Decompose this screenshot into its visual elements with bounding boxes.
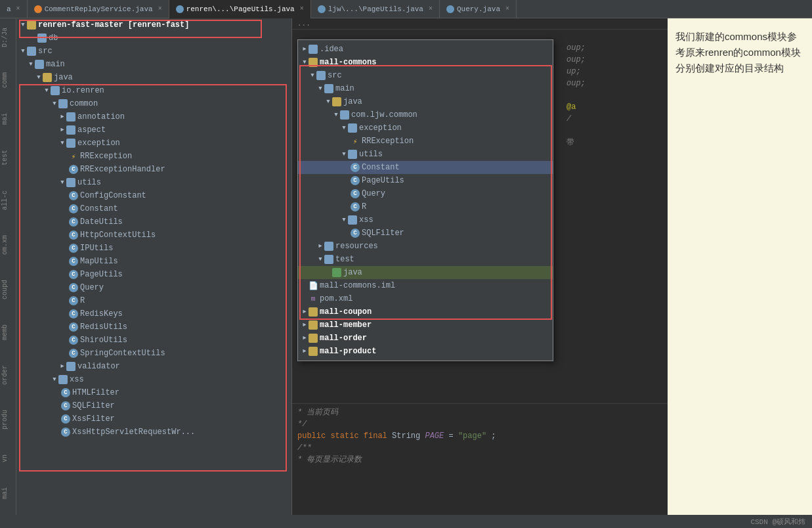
tree-item-httpcontextutils[interactable]: C HttpContextUtils <box>16 229 291 242</box>
item-label-db: db <box>49 33 58 43</box>
edge-label-allc[interactable]: all-c <box>0 188 16 213</box>
tree-item-query[interactable]: C Query <box>16 281 291 294</box>
tree-item-xss[interactable]: ▼ xss <box>16 373 291 386</box>
tree-item-iputils[interactable]: C IPUtils <box>16 242 291 255</box>
close-icon[interactable]: × <box>158 5 162 12</box>
popup-item-constant[interactable]: C Constant <box>298 161 553 174</box>
tab-pageutils-ljw[interactable]: ljw\...\PageUtils.java × <box>311 0 440 18</box>
arrow-icon: ▼ <box>43 87 51 94</box>
tree-item-validator[interactable]: ► validator <box>16 360 291 373</box>
popup-item-java-test[interactable]: java <box>298 266 553 279</box>
edge-label-mai[interactable]: mai <box>0 110 16 127</box>
popup-item-mallorder[interactable]: ► mall-order <box>298 332 553 345</box>
popup-item-resources[interactable]: ► resources <box>298 240 553 253</box>
tree-item-rrexceptionhandler[interactable]: C RRExceptionHandler <box>16 163 291 176</box>
close-icon[interactable]: × <box>505 5 509 12</box>
tree-item-r[interactable]: C R <box>16 294 291 307</box>
folder-icon <box>348 150 357 159</box>
popup-item-exception[interactable]: ▼ exception <box>298 121 553 135</box>
edge-label-produ[interactable]: produ <box>0 407 16 432</box>
tree-item-db[interactable]: db <box>16 32 291 45</box>
tree-item-rediskeys[interactable]: C RedisKeys <box>16 307 291 320</box>
root-label: renren-fast-master [renren-fast] <box>38 20 189 30</box>
popup-item-idea[interactable]: ► .idea <box>298 43 553 56</box>
popup-item-xss[interactable]: ▼ xss <box>298 213 553 227</box>
popup-item-java[interactable]: ▼ java <box>298 95 553 108</box>
popup-item-sqlfilter[interactable]: C SQLFilter <box>298 227 553 240</box>
right-panel: ... ► .idea ▼ mall-commons <box>292 18 812 515</box>
close-icon[interactable]: × <box>300 5 304 12</box>
popup-item-mallcoupon[interactable]: ► mall-coupon <box>298 305 553 319</box>
edge-label-dja[interactable]: D:/Ja <box>0 25 16 50</box>
edge-label-test[interactable]: test <box>0 147 16 168</box>
class-c-icon: C <box>69 336 78 345</box>
tree-item-root[interactable]: ▼ renren-fast-master [renren-fast] <box>16 18 291 32</box>
tab-comment-replay[interactable]: CommentReplayService.java × <box>28 0 169 18</box>
popup-item-pageutils[interactable]: C PageUtils <box>298 174 553 187</box>
edge-label-order[interactable]: order <box>0 363 16 387</box>
item-label-common: common <box>70 99 98 108</box>
arrow-icon: ▼ <box>301 59 309 66</box>
popup-label-pomxml: pom.xml <box>320 294 353 303</box>
tree-item-utils[interactable]: ▼ utils <box>16 176 291 189</box>
tree-item-aspect[interactable]: ► aspect <box>16 123 291 137</box>
popup-item-src[interactable]: ▼ src <box>298 69 553 82</box>
tree-item-annotation[interactable]: ► annotation <box>16 110 291 123</box>
bottom-bar: CSDN @硕风和炜 <box>0 515 812 528</box>
item-label-xsshttpservlet: XssHttpServletRequestWr... <box>72 428 195 437</box>
left-edge-panel: D:/Ja comm mai test all-c om.xm coupd me… <box>0 18 16 515</box>
popup-item-main[interactable]: ▼ main <box>298 82 553 95</box>
code-editor[interactable]: ... ► .idea ▼ mall-commons <box>292 18 668 515</box>
popup-item-mallproduct[interactable]: ► mall-product <box>298 345 553 358</box>
edge-label-comm[interactable]: comm <box>0 70 16 91</box>
tab-pageutils-renren[interactable]: renren\...\PageUtils.java × <box>169 0 311 18</box>
iml-icon: 📄 <box>309 281 318 290</box>
tree-item-xssfilter[interactable]: C XssFilter <box>16 412 291 426</box>
edge-label-mai2[interactable]: mai <box>0 485 16 502</box>
edge-label-memb[interactable]: memb <box>0 322 16 343</box>
tab-a[interactable]: a × <box>0 0 28 18</box>
popup-file-tree[interactable]: ► .idea ▼ mall-commons ▼ src <box>297 39 553 361</box>
tab-query[interactable]: Query.java × <box>440 0 517 18</box>
tree-item-xsshttpservlet[interactable]: C XssHttpServletRequestWr... <box>16 426 291 439</box>
popup-item-query[interactable]: C Query <box>298 187 553 200</box>
tree-item-redisutils[interactable]: C RedisUtils <box>16 320 291 334</box>
tree-item-rrexception[interactable]: ⚡ RRException <box>16 150 291 163</box>
tree-item-configconstant[interactable]: C ConfigConstant <box>16 189 291 202</box>
tree-item-iorenren[interactable]: ▼ io.renren <box>16 84 291 97</box>
tree-item-common[interactable]: ▼ common <box>16 97 291 110</box>
item-label-configconstant: ConfigConstant <box>80 191 146 200</box>
tree-item-maputils[interactable]: C MapUtils <box>16 255 291 268</box>
folder-icon <box>66 125 75 135</box>
popup-item-mallmember[interactable]: ► mall-member <box>298 319 553 332</box>
tree-item-springcontextutils[interactable]: C SpringContextUtils <box>16 347 291 360</box>
popup-item-test[interactable]: ▼ test <box>298 253 553 266</box>
popup-item-mallcommonsiml[interactable]: 📄 mall-commons.iml <box>298 279 553 292</box>
popup-item-pomxml[interactable]: m pom.xml <box>298 292 553 305</box>
tree-item-src[interactable]: ▼ src <box>16 45 291 58</box>
class-c-icon: C <box>61 414 70 424</box>
edge-label-omxm[interactable]: om.xm <box>0 232 16 257</box>
tree-item-main[interactable]: ▼ main <box>16 58 291 71</box>
class-c-icon: C <box>69 283 78 292</box>
tree-item-dateutils[interactable]: C DateUtils <box>16 215 291 229</box>
tree-item-sqlfilter[interactable]: C SQLFilter <box>16 399 291 412</box>
popup-item-comljwcommon[interactable]: ▼ com.ljw.common <box>298 108 553 121</box>
arrow-icon: ▼ <box>340 125 348 131</box>
tree-item-htmlfilter[interactable]: C HTMLFilter <box>16 386 291 399</box>
tree-item-exception[interactable]: ▼ exception <box>16 137 291 150</box>
tree-item-shiroutils[interactable]: C ShiroUtils <box>16 334 291 347</box>
popup-item-utils[interactable]: ▼ utils <box>298 148 553 161</box>
popup-item-r[interactable]: C R <box>298 200 553 213</box>
tree-item-pageutils[interactable]: C PageUtils <box>16 268 291 281</box>
close-icon[interactable]: × <box>429 5 433 12</box>
project-tree-sidebar[interactable]: ▼ renren-fast-master [renren-fast] db ▼ … <box>16 18 292 515</box>
edge-label-vn[interactable]: vn <box>0 452 16 465</box>
tree-item-constant[interactable]: C Constant <box>16 202 291 215</box>
close-icon[interactable]: × <box>16 5 20 12</box>
popup-item-rrexception[interactable]: ⚡ RRException <box>298 135 553 148</box>
tree-item-java[interactable]: ▼ java <box>16 71 291 84</box>
popup-item-mallcommons[interactable]: ▼ mall-commons <box>298 56 553 69</box>
popup-label-xss: xss <box>359 215 374 225</box>
edge-label-coupd[interactable]: coupd <box>0 277 16 302</box>
